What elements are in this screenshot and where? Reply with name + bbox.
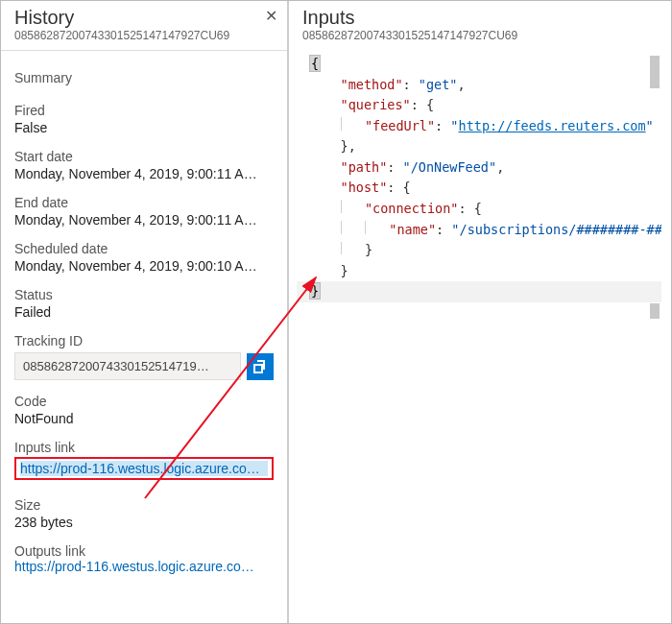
start-date-label: Start date [14,149,274,164]
json-name: /subscriptions/########-## [460,222,662,237]
fired-label: Fired [14,103,274,118]
end-date-value: Monday, November 4, 2019, 9:00:11 A… [14,212,274,228]
tracking-id-value[interactable]: 0858628720074330152514719… [14,352,241,380]
json-editor[interactable]: { "method": "get", "queries": { "feedUrl… [297,54,661,613]
scheduled-date-value: Monday, November 4, 2019, 9:00:10 A… [14,258,274,274]
summary-heading: Summary [14,70,274,85]
scheduled-date-label: Scheduled date [14,241,274,256]
inputs-title: Inputs [302,7,660,29]
inputs-header: Inputs 08586287200743301525147147927CU69 [289,1,671,46]
end-date-label: End date [14,195,274,210]
status-label: Status [14,287,274,302]
size-label: Size [14,497,274,513]
json-feed-url[interactable]: http://feeds.reuters.com [459,118,646,133]
close-icon[interactable]: ✕ [265,7,277,25]
code-value: NotFound [14,411,274,426]
copy-icon [253,360,267,373]
history-id: 08586287200743301525147147927CU69 [14,29,276,42]
code-label: Code [14,394,274,409]
inputs-id: 08586287200743301525147147927CU69 [302,29,660,42]
history-title: History [14,7,276,29]
inputs-link-label: Inputs link [14,440,274,455]
status-value: Failed [14,304,274,320]
outputs-link[interactable]: https://prod-116.westus.logic.azure.co… [14,559,274,574]
start-date-value: Monday, November 4, 2019, 9:00:11 A… [14,166,274,181]
json-path: /OnNewFeed [411,159,489,175]
inputs-link[interactable]: https://prod-116.westus.logic.azure.co… [20,461,268,476]
inputs-pane: Inputs 08586287200743301525147147927CU69… [289,1,671,623]
json-method: get [426,77,449,92]
fired-value: False [14,120,274,135]
tracking-id-label: Tracking ID [14,333,274,348]
copy-button[interactable] [247,353,274,380]
history-pane: History ✕ 08586287200743301525147147927C… [1,1,289,623]
inputs-link-highlight: https://prod-116.westus.logic.azure.co… [14,457,274,480]
size-value: 238 bytes [14,515,274,530]
history-header: History ✕ 08586287200743301525147147927C… [1,1,287,46]
scrollbar-thumb[interactable] [650,56,660,88]
outputs-link-label: Outputs link [14,543,274,559]
scrollbar-thumb[interactable] [650,303,660,319]
